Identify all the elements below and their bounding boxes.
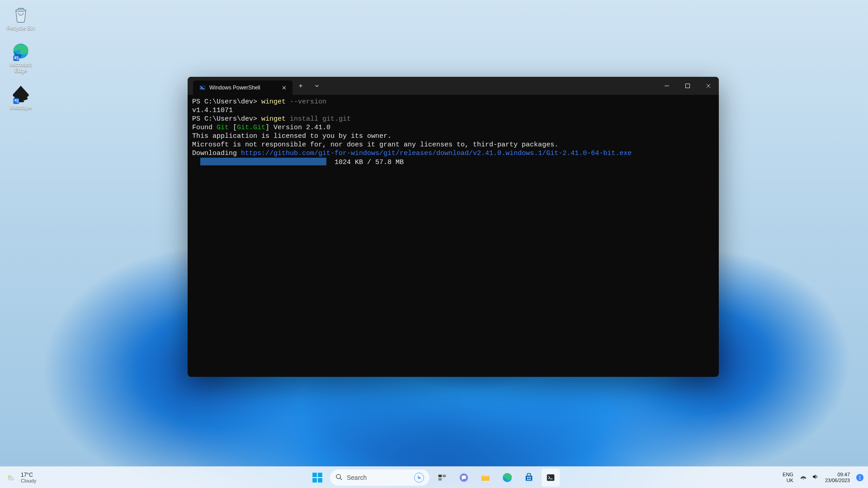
output-line: Microsoft is not responsible for, nor do… xyxy=(192,141,558,149)
tab-dropdown-button[interactable] xyxy=(309,77,325,95)
recycle-bin-icon xyxy=(11,5,31,24)
start-button[interactable] xyxy=(308,469,326,487)
progress-bar xyxy=(204,158,326,165)
svg-point-3 xyxy=(26,98,28,100)
desktop-icon-label: Recycle Bin xyxy=(6,25,35,31)
desktop-icon-inkscape[interactable]: Inkscape xyxy=(4,84,38,111)
new-tab-button[interactable]: ＋ xyxy=(292,77,309,95)
svg-rect-16 xyxy=(443,474,446,477)
terminal-taskbar-button[interactable] xyxy=(542,469,560,487)
output-line: v1.4.11071 xyxy=(192,107,233,114)
search-placeholder: Search xyxy=(347,474,367,481)
terminal-output[interactable]: PS C:\Users\dev> winget --version v1.4.1… xyxy=(188,95,719,171)
clock[interactable]: 09:47 23/06/2023 xyxy=(825,472,850,483)
ps-prompt: PS C:\Users\dev> xyxy=(192,98,261,106)
titlebar[interactable]: Windows PowerShell ✕ ＋ xyxy=(188,77,719,95)
microsoft-store-button[interactable] xyxy=(520,469,538,487)
file-explorer-button[interactable] xyxy=(476,469,495,487)
bing-chat-icon[interactable] xyxy=(414,473,424,483)
weather-condition: Cloudy xyxy=(21,479,36,483)
tray-icons[interactable] xyxy=(800,473,819,482)
svg-rect-17 xyxy=(439,478,442,480)
svg-rect-23 xyxy=(529,477,531,478)
desktop-icon-label: Inkscape xyxy=(10,105,32,111)
download-url: https://github.com/git-for-windows/git/r… xyxy=(241,150,632,157)
close-button[interactable] xyxy=(698,77,719,95)
maximize-button[interactable] xyxy=(677,77,698,95)
weather-icon xyxy=(6,473,16,483)
svg-rect-15 xyxy=(439,474,442,477)
chat-button[interactable] xyxy=(455,469,473,487)
desktop-icon-recycle-bin[interactable]: Recycle Bin xyxy=(4,5,38,31)
output-line: This application is licensed to you by i… xyxy=(192,132,392,140)
taskbar-center: Search xyxy=(308,469,560,487)
desktop-icon-edge[interactable]: Microsoft Edge xyxy=(4,41,38,74)
package-id: Git.Git xyxy=(237,124,265,131)
svg-point-13 xyxy=(336,474,340,478)
taskbar-search[interactable]: Search xyxy=(330,469,429,486)
system-tray: ENG UK 09:47 23/06/2023 1 xyxy=(783,467,863,488)
svg-rect-9 xyxy=(312,473,317,477)
output-line: Downloading xyxy=(192,150,241,157)
svg-rect-10 xyxy=(318,473,322,477)
tab-title: Windows PowerShell xyxy=(209,84,276,91)
svg-rect-12 xyxy=(318,478,322,483)
weather-text: 17°C Cloudy xyxy=(21,472,36,483)
desktop: Recycle Bin Microsoft Edge xyxy=(0,0,868,488)
edge-taskbar-button[interactable] xyxy=(498,469,516,487)
ps-argument: --version xyxy=(286,98,326,106)
svg-rect-24 xyxy=(527,479,528,480)
search-icon xyxy=(335,474,342,482)
network-icon[interactable] xyxy=(800,473,807,482)
ps-command: winget xyxy=(261,115,286,123)
svg-line-14 xyxy=(340,478,342,480)
desktop-icon-label: Microsoft Edge xyxy=(4,62,38,74)
progress-text: 1024 KB / 57.8 MB xyxy=(326,159,404,166)
svg-rect-11 xyxy=(312,478,317,483)
taskbar-widgets[interactable]: 17°C Cloudy xyxy=(6,467,36,488)
inkscape-icon xyxy=(11,84,31,104)
window-controls xyxy=(656,77,719,95)
minimize-button[interactable] xyxy=(656,77,677,95)
volume-icon[interactable] xyxy=(811,473,819,482)
notification-badge[interactable]: 1 xyxy=(856,474,863,481)
output-line: Found xyxy=(192,124,217,131)
svg-rect-7 xyxy=(686,84,690,88)
svg-point-27 xyxy=(803,479,804,479)
svg-rect-25 xyxy=(529,479,531,480)
svg-rect-19 xyxy=(481,476,490,481)
package-name: Git xyxy=(217,124,229,131)
input-language[interactable]: ENG UK xyxy=(783,472,793,483)
tab-powershell[interactable]: Windows PowerShell ✕ xyxy=(193,80,292,95)
tab-close-button[interactable]: ✕ xyxy=(280,84,288,91)
terminal-window: Windows PowerShell ✕ ＋ PS C xyxy=(188,77,719,377)
task-view-button[interactable] xyxy=(433,469,451,487)
edge-icon xyxy=(11,41,31,61)
svg-rect-26 xyxy=(547,474,555,481)
ps-prompt: PS C:\Users\dev> xyxy=(192,115,261,123)
svg-rect-22 xyxy=(527,477,528,478)
ps-argument: install git.git xyxy=(286,115,351,123)
weather-temperature: 17°C xyxy=(21,472,36,478)
desktop-icons: Recycle Bin Microsoft Edge xyxy=(4,5,38,121)
taskbar: 17°C Cloudy Search xyxy=(0,466,868,488)
tab-strip: Windows PowerShell ✕ xyxy=(188,77,292,95)
progress-indicator xyxy=(200,158,204,165)
ps-command: winget xyxy=(261,98,286,106)
svg-point-0 xyxy=(16,9,26,12)
svg-rect-21 xyxy=(526,475,533,481)
powershell-icon xyxy=(199,84,206,91)
